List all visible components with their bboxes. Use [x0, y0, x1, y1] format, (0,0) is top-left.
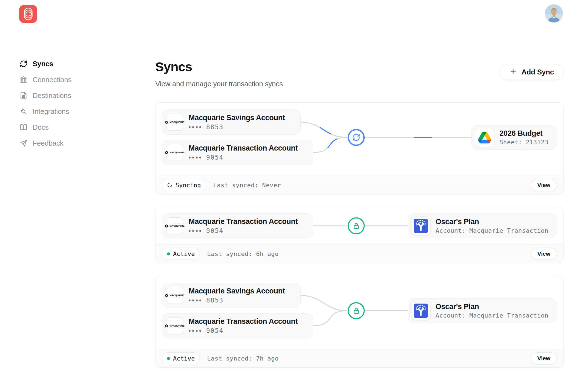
source-account-info: Macquarie Transaction Account 9054 — [189, 318, 298, 334]
source-account-name: Macquarie Savings Account — [189, 114, 285, 122]
bank-provider-tile: MACQUARIE — [166, 144, 183, 161]
provider-name: MACQUARIE — [169, 324, 184, 327]
active-dot-icon — [167, 252, 170, 255]
destination-box: Oscar's Plan Account: Macquarie Transact… — [408, 298, 557, 323]
macquarie-logo-icon — [165, 294, 168, 297]
user-avatar[interactable] — [545, 4, 563, 22]
sidebar-item-destinations[interactable]: Destinations — [20, 90, 71, 101]
app-logo-icon[interactable] — [19, 5, 37, 23]
account-last-digits: 8853 — [206, 297, 223, 304]
mask-dot — [189, 330, 191, 332]
lock-connector-icon — [348, 302, 365, 319]
status-badge: Active — [162, 352, 200, 364]
mask-dot — [199, 299, 201, 301]
sync-card: MACQUARIE Macquarie Savings Account 8853… — [155, 102, 563, 194]
mask-dot — [196, 330, 198, 332]
last-synced-text: Last synced: Never — [213, 182, 281, 189]
page-header: Syncs View and manage your transaction s… — [155, 60, 563, 88]
sync-card: MACQUARIE Macquarie Savings Account 8853… — [155, 276, 563, 368]
sync-diagram: MACQUARIE Macquarie Savings Account 8853… — [156, 276, 563, 349]
provider-name: MACQUARIE — [169, 151, 184, 154]
main-content: Syncs View and manage your transaction s… — [155, 60, 563, 368]
ynab-icon — [411, 301, 430, 320]
sidebar-item-docs[interactable]: Docs — [20, 122, 71, 133]
destination-box: Oscar's Plan Account: Macquarie Transact… — [408, 214, 557, 238]
account-last-digits: 9054 — [206, 328, 223, 334]
mask-dot — [192, 126, 194, 128]
mask-dot — [189, 299, 191, 301]
sync-diagram: MACQUARIE Macquarie Savings Account 8853… — [156, 103, 563, 176]
source-list: MACQUARIE Macquarie Savings Account 8853… — [162, 109, 313, 165]
source-account-box: MACQUARIE Macquarie Savings Account 8853 — [162, 109, 301, 135]
bank-icon — [20, 76, 27, 83]
destination-name: Oscar's Plan — [436, 218, 548, 226]
send-icon — [20, 139, 27, 147]
provider-name: MACQUARIE — [169, 294, 184, 297]
sidebar-item-connections[interactable]: Connections — [20, 74, 71, 85]
sidebar-item-label: Destinations — [33, 91, 71, 100]
mask-dot — [192, 330, 194, 332]
macquarie-logo-icon — [165, 224, 168, 228]
view-button[interactable]: View — [531, 179, 557, 191]
status-label: Active — [173, 250, 195, 257]
source-account-info: Macquarie Savings Account 8853 — [189, 287, 285, 304]
sidebar-item-feedback[interactable]: Feedback — [20, 137, 71, 149]
sync-card-list: MACQUARIE Macquarie Savings Account 8853… — [155, 102, 563, 368]
destination-detail: Account: Macquarie Transaction — [436, 228, 548, 234]
provider-name: MACQUARIE — [169, 224, 184, 227]
sync-card: MACQUARIE Macquarie Transaction Account … — [155, 207, 563, 263]
masked-account-number: 9054 — [189, 154, 298, 161]
sidebar-nav: Syncs Connections Destinations Integrati… — [20, 58, 71, 149]
mask-dot — [196, 230, 198, 232]
sync-card-footer: Syncing Last synced: Never View — [156, 176, 563, 194]
mask-dot — [192, 230, 194, 232]
book-icon — [20, 123, 27, 131]
sidebar-item-label: Feedback — [33, 139, 64, 148]
sidebar-item-label: Integrations — [33, 107, 69, 116]
view-button[interactable]: View — [531, 248, 557, 260]
macquarie-logo-icon — [165, 151, 168, 154]
last-synced-text: Last synced: 7h ago — [207, 355, 278, 362]
destination-detail: Sheet: 213123 — [499, 139, 548, 145]
bank-provider-tile: MACQUARIE — [166, 317, 183, 334]
mask-dot — [199, 230, 201, 232]
plug-icon — [20, 108, 27, 115]
macquarie-logo-icon — [165, 120, 168, 124]
source-account-name: Macquarie Transaction Account — [189, 144, 298, 152]
account-last-digits: 8853 — [206, 124, 223, 130]
sidebar-item-integrations[interactable]: Integrations — [20, 106, 71, 117]
mask-dot — [196, 126, 198, 128]
sidebar-item-syncs[interactable]: Syncs — [20, 58, 71, 70]
source-account-name: Macquarie Transaction Account — [189, 218, 298, 226]
ynab-icon — [411, 216, 430, 235]
masked-account-number: 9054 — [189, 328, 298, 334]
bank-provider-tile: MACQUARIE — [166, 287, 183, 304]
mask-dot — [199, 330, 201, 332]
account-last-digits: 9054 — [206, 154, 223, 161]
google-drive-icon — [475, 128, 494, 147]
sidebar-item-label: Docs — [33, 123, 48, 132]
page-title-block: Syncs View and manage your transaction s… — [155, 60, 283, 88]
view-button[interactable]: View — [531, 352, 557, 364]
status-badge: Syncing — [162, 179, 206, 191]
masked-account-number: 9054 — [189, 228, 298, 234]
destination-info: 2026 Budget Sheet: 213123 — [499, 129, 548, 146]
mask-dot — [199, 126, 201, 128]
destination-box: 2026 Budget Sheet: 213123 — [471, 125, 557, 150]
active-dot-icon — [167, 357, 170, 360]
source-list: MACQUARIE Macquarie Savings Account 8853… — [162, 283, 313, 338]
source-list: MACQUARIE Macquarie Transaction Account … — [162, 213, 313, 238]
page-subtitle: View and manage your transaction syncs — [155, 80, 283, 88]
lock-connector-icon — [348, 217, 365, 234]
source-account-box: MACQUARIE Macquarie Transaction Account … — [162, 140, 313, 165]
source-account-name: Macquarie Savings Account — [189, 287, 285, 295]
status-label: Active — [173, 355, 195, 362]
plus-icon — [509, 67, 517, 77]
source-account-info: Macquarie Savings Account 8853 — [189, 114, 285, 131]
sidebar-item-label: Connections — [33, 76, 71, 84]
sync-icon — [20, 60, 27, 68]
account-last-digits: 9054 — [206, 228, 223, 234]
destination-name: Oscar's Plan — [436, 303, 548, 311]
add-sync-button[interactable]: Add Sync — [500, 64, 563, 80]
mask-dot — [189, 126, 191, 128]
